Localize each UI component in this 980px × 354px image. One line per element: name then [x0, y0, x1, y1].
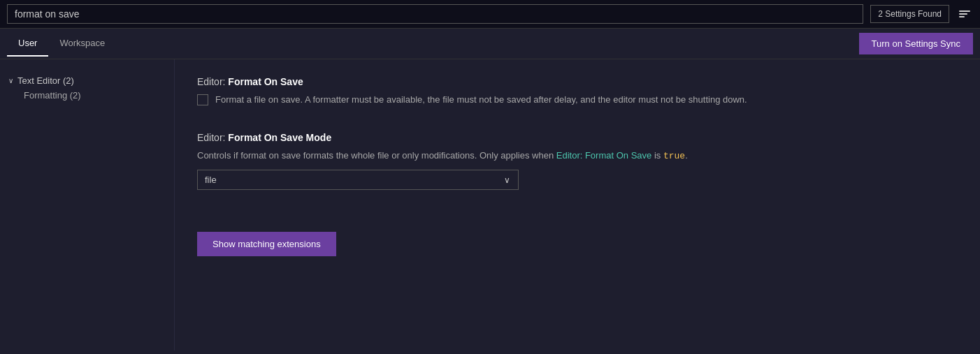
tab-user[interactable]: User	[7, 31, 48, 57]
main-content: ∨ Text Editor (2) Formatting (2) Editor:…	[0, 59, 980, 351]
sidebar-group-text-editor[interactable]: ∨ Text Editor (2)	[8, 73, 166, 88]
sidebar-section-text-editor: ∨ Text Editor (2) Formatting (2)	[0, 71, 174, 105]
format-on-save-mode-description: Controls if format on save formats the w…	[197, 149, 896, 163]
format-on-save-description: Format a file on save. A formatter must …	[215, 93, 747, 107]
setting-format-on-save: Editor: Format On Save Format a file on …	[197, 76, 958, 107]
turn-on-sync-button[interactable]: Turn on Settings Sync	[859, 33, 973, 54]
select-wrapper: file modifications modificationsIfAvaila…	[197, 170, 519, 190]
setting-format-on-save-title: Editor: Format On Save	[197, 76, 958, 87]
settings-panel: Editor: Format On Save Format a file on …	[175, 59, 980, 351]
format-on-save-mode-dropdown-row: file modifications modificationsIfAvaila…	[197, 170, 958, 190]
search-input[interactable]	[7, 4, 863, 24]
filter-icon-button[interactable]	[956, 8, 973, 20]
format-on-save-checkbox[interactable]	[197, 94, 208, 105]
tab-workspace[interactable]: Workspace	[48, 31, 116, 57]
sidebar-item-formatting[interactable]: Formatting (2)	[8, 88, 166, 103]
setting-format-on-save-mode-title: Editor: Format On Save Mode	[197, 132, 958, 143]
tabs-bar: User Workspace Turn on Settings Sync	[0, 29, 980, 59]
chevron-down-icon: ∨	[8, 77, 13, 84]
search-results-badge: 2 Settings Found	[870, 5, 949, 23]
show-matching-extensions-button[interactable]: Show matching extensions	[197, 232, 336, 256]
search-bar: 2 Settings Found	[0, 0, 980, 29]
sidebar: ∨ Text Editor (2) Formatting (2)	[0, 59, 175, 351]
format-on-save-link[interactable]: Editor: Format On Save	[556, 150, 652, 161]
tabs-left: User Workspace	[7, 31, 116, 57]
format-on-save-mode-select[interactable]: file modifications modificationsIfAvaila…	[197, 170, 519, 190]
format-on-save-checkbox-row: Format a file on save. A formatter must …	[197, 93, 958, 107]
format-on-save-code: true	[663, 151, 685, 161]
setting-format-on-save-mode: Editor: Format On Save Mode Controls if …	[197, 132, 958, 191]
filter-lines-icon	[959, 10, 970, 17]
